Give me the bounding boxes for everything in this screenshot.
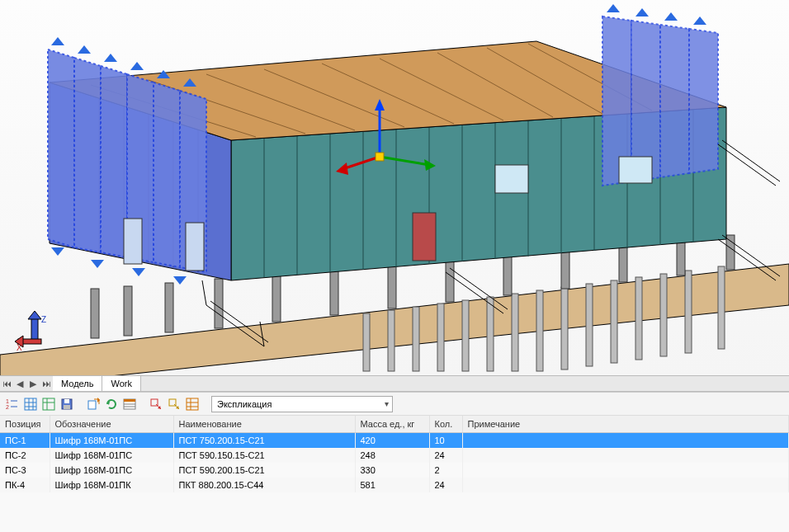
svg-marker-78	[104, 54, 117, 62]
model-viewport[interactable]: Z X	[0, 0, 789, 375]
col-header-qty[interactable]: Кол.	[429, 416, 462, 433]
tool-export-icon[interactable]	[86, 397, 101, 412]
cell-pos[interactable]: ПК-4	[0, 478, 50, 492]
svg-marker-76	[51, 37, 64, 45]
table-row[interactable]: ПС-1Шифр 168М-01ПСПСТ 750.200.15-С214201…	[0, 433, 789, 449]
col-header-pos[interactable]: Позиция	[0, 416, 50, 433]
cell-qty[interactable]: 24	[429, 448, 462, 463]
svg-rect-23	[446, 259, 454, 302]
svg-rect-71	[124, 219, 142, 264]
svg-rect-13	[660, 274, 667, 356]
tool-save-icon[interactable]	[59, 397, 74, 412]
svg-marker-65	[154, 82, 180, 267]
svg-text:X: X	[17, 343, 22, 351]
svg-rect-1	[363, 313, 370, 371]
cell-mass[interactable]: 581	[355, 478, 429, 492]
svg-rect-27	[677, 239, 685, 275]
col-header-name[interactable]: Наименование	[173, 416, 355, 433]
svg-marker-98	[28, 311, 41, 319]
cell-des[interactable]: Шифр 168М-01ПК	[50, 478, 173, 492]
svg-marker-85	[693, 16, 706, 25]
table-row[interactable]: ПС-2Шифр 168М-01ПСПСТ 590.150.15-С212482…	[0, 448, 789, 463]
svg-rect-96	[376, 153, 384, 161]
svg-rect-117	[64, 405, 70, 409]
cell-des[interactable]: Шифр 168М-01ПС	[50, 448, 173, 463]
col-header-mass[interactable]: Масса ед., кг	[355, 416, 429, 433]
tool-refresh-icon[interactable]	[104, 397, 119, 412]
cell-name[interactable]: ПСТ 590.200.15-С21	[173, 463, 355, 478]
svg-rect-18	[165, 283, 173, 332]
tool-table-icon[interactable]	[122, 397, 137, 412]
cell-qty[interactable]: 24	[429, 478, 462, 492]
svg-rect-22	[388, 264, 396, 308]
svg-rect-20	[272, 274, 281, 322]
tab-nav-last[interactable]: ⏭	[40, 376, 53, 391]
svg-marker-77	[78, 45, 91, 54]
svg-marker-87	[91, 260, 104, 268]
svg-rect-14	[685, 271, 692, 353]
svg-rect-74	[495, 165, 528, 193]
cell-qty[interactable]: 2	[429, 463, 462, 478]
svg-rect-28	[726, 235, 735, 270]
tool-grid-blue-icon[interactable]	[23, 397, 38, 412]
layout-tab-strip: ⏮ ◀ ▶ ⏭ Модель Work	[0, 375, 789, 392]
svg-marker-70	[689, 29, 718, 173]
svg-rect-73	[413, 213, 436, 261]
cell-name[interactable]: ПКТ 880.200.15-С44	[173, 478, 355, 492]
specification-panel: 12 Экспликация	[0, 392, 789, 532]
cell-des[interactable]: Шифр 168М-01ПС	[50, 463, 173, 478]
tab-model[interactable]: Модель	[53, 376, 102, 391]
cell-mass[interactable]: 420	[355, 433, 429, 449]
cell-pos[interactable]: ПС-3	[0, 463, 50, 478]
tool-select-red-icon[interactable]	[149, 397, 163, 412]
tool-select-gold-icon[interactable]	[167, 397, 182, 412]
cell-note[interactable]	[462, 433, 789, 449]
svg-rect-10	[586, 284, 593, 366]
svg-rect-122	[124, 399, 135, 402]
svg-rect-112	[43, 398, 54, 410]
svg-rect-5	[462, 300, 469, 371]
svg-rect-6	[487, 297, 494, 371]
table-row[interactable]: ПС-3Шифр 168М-01ПСПСТ 590.200.15-С213302	[0, 463, 789, 478]
tab-nav-prev[interactable]: ◀	[13, 376, 26, 391]
svg-rect-11	[611, 280, 617, 363]
cell-pos[interactable]: ПС-2	[0, 448, 50, 463]
cell-qty[interactable]: 10	[429, 433, 462, 449]
spec-type-dropdown[interactable]: Экспликация ▾	[211, 396, 393, 412]
dropdown-value: Экспликация	[217, 399, 272, 409]
tool-grid-green-icon[interactable]	[41, 397, 56, 412]
svg-rect-17	[124, 286, 132, 336]
svg-rect-16	[91, 289, 99, 338]
tab-nav-first[interactable]: ⏮	[0, 376, 13, 391]
col-header-note[interactable]: Примечание	[462, 416, 789, 433]
cell-note[interactable]	[462, 448, 789, 463]
col-header-des[interactable]: Обозначение	[50, 416, 173, 433]
svg-rect-75	[619, 157, 652, 183]
spec-grid[interactable]: Позиция Обозначение Наименование Масса е…	[0, 416, 789, 532]
cell-mass[interactable]: 248	[355, 448, 429, 463]
cell-mass[interactable]: 330	[355, 463, 429, 478]
svg-marker-84	[664, 12, 678, 21]
table-row[interactable]: ПК-4Шифр 168М-01ПКПКТ 880.200.15-С445812…	[0, 478, 789, 492]
cell-note[interactable]	[462, 478, 789, 492]
cell-des[interactable]: Шифр 168М-01ПС	[50, 433, 173, 449]
tool-numbering-icon[interactable]: 12	[5, 397, 20, 412]
svg-marker-89	[173, 276, 187, 285]
svg-text:Z: Z	[41, 315, 46, 324]
svg-rect-4	[437, 304, 444, 371]
cell-name[interactable]: ПСТ 750.200.15-С21	[173, 433, 355, 449]
tab-work[interactable]: Work	[102, 376, 140, 391]
svg-rect-3	[413, 307, 419, 371]
ucs-icon: Z X	[15, 311, 54, 351]
cell-pos[interactable]: ПС-1	[0, 433, 50, 449]
svg-marker-82	[607, 4, 620, 12]
cell-note[interactable]	[462, 463, 789, 478]
cell-name[interactable]: ПСТ 590.150.15-С21	[173, 448, 355, 463]
svg-marker-83	[635, 8, 649, 16]
model-drawing	[0, 0, 789, 375]
tool-grid-orange-icon[interactable]	[185, 397, 200, 412]
svg-rect-2	[388, 310, 394, 371]
tab-nav-next[interactable]: ▶	[26, 376, 40, 391]
spec-toolbar: 12 Экспликация	[0, 393, 789, 416]
svg-marker-62	[74, 58, 101, 252]
